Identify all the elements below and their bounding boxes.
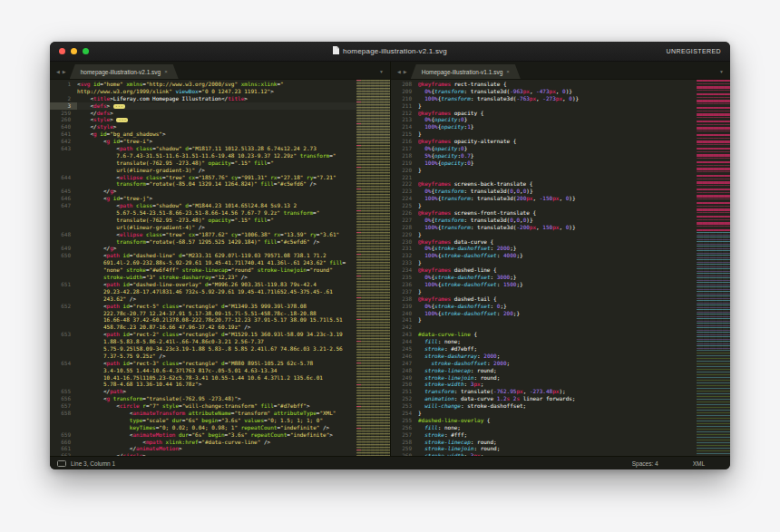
- code-line[interactable]: 227 0%{transform: translate3d(0,0,0)}: [391, 217, 697, 224]
- code-line[interactable]: 644 <ellipse class="tree" cx="1857.76" c…: [50, 174, 356, 181]
- line-number[interactable]: 650: [50, 252, 77, 259]
- line-number[interactable]: 239: [391, 303, 418, 310]
- code-line[interactable]: 246 stroke-dasharray: 2000;: [391, 353, 697, 360]
- line-number[interactable]: [50, 316, 77, 324]
- line-number[interactable]: 208: [391, 81, 418, 88]
- line-number[interactable]: 228: [391, 224, 418, 231]
- code-line[interactable]: 229}: [391, 231, 697, 238]
- code-line[interactable]: 651 <path id="dashed-line-overlay" d="M9…: [50, 281, 356, 288]
- code-line[interactable]: 640 </style>: [50, 123, 356, 131]
- line-number[interactable]: 646: [50, 195, 77, 202]
- code-line[interactable]: 214 100%{opacity:1}: [391, 123, 697, 131]
- line-number[interactable]: 258: [391, 439, 418, 446]
- line-number[interactable]: 648: [50, 231, 77, 238]
- line-number[interactable]: 651: [50, 281, 77, 288]
- line-number[interactable]: 212: [391, 110, 418, 117]
- line-number[interactable]: 220: [391, 167, 418, 174]
- code-line[interactable]: 648 <ellipse class="tree" cx="1877.62" c…: [50, 231, 356, 238]
- line-number[interactable]: [50, 374, 77, 382]
- line-number[interactable]: [50, 167, 77, 174]
- line-number[interactable]: [50, 180, 77, 188]
- tab-scroll-left-icon[interactable]: ◀: [397, 69, 401, 74]
- line-number[interactable]: 3: [50, 102, 77, 110]
- code-line[interactable]: 258 stroke-linecap: round;: [391, 439, 697, 446]
- code-line[interactable]: 259 stroke-linejoin: round;: [391, 445, 697, 452]
- code-line[interactable]: 243#data-curve-line {: [391, 331, 697, 338]
- code-line[interactable]: 652 <path id="rect-5" class="rectangle" …: [50, 303, 356, 310]
- code-line[interactable]: 1.88-5.83.8-5.86-2.41l-.66-74.86c0-3.21 …: [50, 338, 356, 345]
- line-number[interactable]: [50, 353, 77, 360]
- code-line[interactable]: 646 <g id="tree-j">: [50, 195, 356, 202]
- code-line[interactable]: 224 100%{transform: translate3d(200px, -…: [391, 195, 697, 202]
- line-number[interactable]: 230: [391, 238, 418, 246]
- code-line[interactable]: 223 0%{transform: translate3d(0,0,0)}: [391, 188, 697, 195]
- tab-overflow-icon[interactable]: ▼: [719, 69, 724, 74]
- code-line[interactable]: 5.78-4.68 13.36-10.44 16.78z">: [50, 381, 356, 388]
- fold-marker-icon[interactable]: ···: [113, 104, 125, 109]
- code-line[interactable]: transform="rotate(-85.04 1329.14 1264.82…: [50, 180, 356, 188]
- code-line[interactable]: 216@keyframes opacity-alternate {: [391, 138, 697, 145]
- vintage-mode-icon[interactable]: [57, 460, 66, 467]
- code-line[interactable]: type="scale" dur="6s" begin="3.6s" value…: [50, 417, 356, 424]
- code-line[interactable]: 235 0%{stroke-dashoffset: 3000;}: [391, 274, 697, 281]
- code-line[interactable]: 243.62" />: [50, 295, 356, 303]
- code-line[interactable]: 657 <circle r="7" style="will-change:tra…: [50, 402, 356, 410]
- line-number[interactable]: 242: [391, 324, 418, 331]
- title-bar[interactable]: homepage-illustration-v2.1.svg UNREGISTE…: [50, 42, 730, 62]
- code-line[interactable]: url(#linear-gradient-3)" />: [50, 167, 356, 174]
- minimap-left[interactable]: [356, 80, 390, 456]
- code-line[interactable]: 2 <title>Liferay.com Homepage Illustrati…: [50, 95, 356, 102]
- code-line[interactable]: 231 0%{stroke-dashoffset: 2000;}: [391, 245, 697, 252]
- code-line[interactable]: 7.6-7.43-31.51-11.6-31.51-11.6-19.48 10.…: [50, 152, 356, 160]
- code-line[interactable]: 7.37-5.75 9.25z" />: [50, 353, 356, 360]
- line-number[interactable]: 2: [50, 95, 77, 102]
- line-number[interactable]: 209: [391, 88, 418, 95]
- line-number[interactable]: 250: [391, 381, 418, 388]
- code-line[interactable]: 253 will-change: stroke-dashoffset;: [391, 402, 697, 410]
- code-view-right[interactable]: 208@keyframes rect-translate {209 0%{tra…: [391, 80, 697, 456]
- line-number[interactable]: 257: [391, 431, 418, 439]
- line-number[interactable]: [50, 367, 77, 374]
- code-line[interactable]: url(#linear-gradient-4)" />: [50, 224, 356, 231]
- line-number[interactable]: 237: [391, 288, 418, 295]
- code-line[interactable]: 250 stroke-width: 3px;: [391, 381, 697, 388]
- line-number[interactable]: 215: [391, 131, 418, 138]
- code-line[interactable]: 244 fill: none;: [391, 338, 697, 345]
- code-line[interactable]: 251 transform: translate(-762.95px, -273…: [391, 388, 697, 395]
- code-line[interactable]: 218 5%{opacity:0.7}: [391, 152, 697, 160]
- line-number[interactable]: 211: [391, 102, 418, 110]
- line-number[interactable]: 214: [391, 123, 418, 131]
- line-number[interactable]: 217: [391, 145, 418, 152]
- tab-right-file[interactable]: Homepage-illustration-v1.1.svg ×: [411, 64, 521, 79]
- line-number[interactable]: 241: [391, 316, 418, 324]
- line-number[interactable]: 236: [391, 281, 418, 288]
- line-number[interactable]: 255: [391, 417, 418, 424]
- line-number[interactable]: [50, 152, 77, 160]
- line-number[interactable]: [50, 160, 77, 167]
- code-line[interactable]: 238@keyframes dashed-tail {: [391, 295, 697, 303]
- left-editor-pane[interactable]: 1<svg id="home" xmlns="http://www.w3.org…: [50, 80, 390, 456]
- code-line[interactable]: keyTimes="0; 0.02; 0.04; 0.98; 1" repeat…: [50, 424, 356, 431]
- code-line[interactable]: 255#dashed-line-overlay {: [391, 417, 697, 424]
- line-number[interactable]: 652: [50, 303, 77, 310]
- code-line[interactable]: 458.78c.23 20.87-16.66 47.96-37.42 60.19…: [50, 324, 356, 331]
- minimap-right[interactable]: [697, 80, 730, 456]
- line-number[interactable]: 246: [391, 353, 418, 360]
- code-line[interactable]: 210 100%{transform: translate3d(-763px, …: [391, 95, 697, 102]
- indentation-setting[interactable]: Spaces: 4: [632, 460, 658, 467]
- line-number[interactable]: 233: [391, 259, 418, 266]
- line-number[interactable]: 223: [391, 188, 418, 195]
- code-line[interactable]: 256 fill: none;: [391, 424, 697, 431]
- code-line[interactable]: 248 stroke-linecap: round;: [391, 367, 697, 374]
- code-line[interactable]: 16.66-48 37.42-60.2l378.08-222.78c20.77-…: [50, 316, 356, 324]
- code-line[interactable]: 691.4l-2.69-232.88s-5.92-29.61 19.45-41.…: [50, 259, 356, 266]
- line-number[interactable]: 221: [391, 174, 418, 181]
- line-number[interactable]: 658: [50, 410, 77, 417]
- code-line[interactable]: 222@keyframes screens-back-translate {: [391, 180, 697, 188]
- line-number[interactable]: 655: [50, 388, 77, 395]
- code-line[interactable]: 650 <path id="dashed-line" d="M233.31 62…: [50, 252, 356, 259]
- line-number[interactable]: 243: [391, 331, 418, 338]
- line-number[interactable]: 210: [391, 95, 418, 102]
- line-number[interactable]: [50, 324, 77, 331]
- code-line[interactable]: 654 <path id="rect-3" class="rectangle" …: [50, 360, 356, 367]
